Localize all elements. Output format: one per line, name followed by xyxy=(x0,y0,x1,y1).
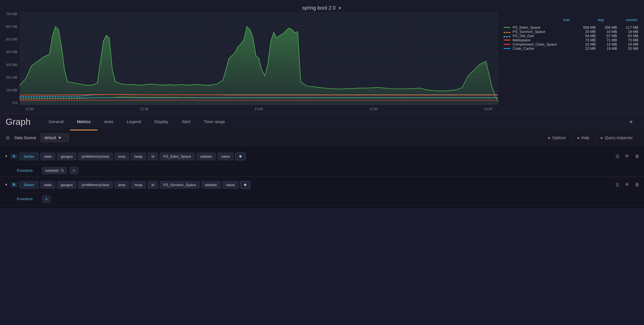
legend-item[interactable]: Code_Cache22 MB19 MB20 MB xyxy=(504,46,638,51)
legend-series-name: PS_Old_Gen xyxy=(513,34,577,38)
datasource-row: ⊜ Data Source default ▼ ▶ Options ▶ Help… xyxy=(0,130,644,146)
legend-avg: 16 MB xyxy=(600,30,617,34)
tab-general[interactable]: General xyxy=(42,114,70,130)
y-axis-label: 500 MB xyxy=(6,37,17,41)
query-row-A: ▼ASeriesstatsgaugesjvmMemoryUsedareaheap… xyxy=(0,148,644,177)
tag-statistic[interactable]: statistic xyxy=(197,153,216,160)
legend-values: 64 MB57 MB63 MB xyxy=(579,34,638,38)
legend-values: 668 MB356 MB117 MB xyxy=(579,25,638,30)
series-badge-A[interactable]: Series xyxy=(19,153,39,160)
tag-PS_Eden_Space[interactable]: PS_Eden_Space xyxy=(160,153,195,160)
eye-icon[interactable]: 👁 xyxy=(624,181,631,188)
help-button[interactable]: ▶ Help xyxy=(572,134,595,142)
legend-item[interactable]: PS_Survivor_Space20 MB16 MB19 MB xyxy=(504,30,638,34)
tag-value[interactable]: value xyxy=(218,153,234,160)
add-function-button[interactable]: + xyxy=(70,167,78,174)
x-axis-label: 12:00 xyxy=(25,107,34,111)
datasource-options: ▶ Options ▶ Help ▶ Query Inspector xyxy=(543,134,638,142)
tag-gauges[interactable]: gauges xyxy=(57,153,76,160)
tag-statistic[interactable]: statistic xyxy=(201,181,221,189)
legend-header: max avg current xyxy=(504,18,638,22)
legend-avg-header: avg xyxy=(587,18,604,22)
tab-axes[interactable]: Axes xyxy=(97,114,120,130)
legend-item[interactable]: PS_Old_Gen64 MB57 MB63 MB xyxy=(504,34,638,38)
add-function-button[interactable]: + xyxy=(42,195,51,203)
tab-time_range[interactable]: Time range xyxy=(197,114,232,130)
x-axis-labels: 12:0012:3013:0013:3014:00 xyxy=(20,105,498,113)
series-row-A: ▼ASeriesstatsgaugesjvmMemoryUsedareaheap… xyxy=(0,148,644,164)
legend-avg: 356 MB xyxy=(600,25,617,30)
y-axis-label: 200 MB xyxy=(6,76,17,80)
legend-color xyxy=(504,40,510,40)
tab-metrics[interactable]: Metrics xyxy=(70,114,97,130)
chart-title-dropdown[interactable]: ▼ xyxy=(338,6,342,10)
y-axis-label: 300 MB xyxy=(6,63,17,67)
legend-current: 20 MB xyxy=(622,46,638,51)
menu-icon[interactable]: ☰ xyxy=(614,153,620,160)
tag-gauges[interactable]: gauges xyxy=(57,181,76,189)
query-inspector-button[interactable]: ▶ Query Inspector xyxy=(595,134,638,142)
legend-series-name: Compressed_Class_Space xyxy=(513,42,577,46)
query-row-B: ▼BSeriesstatsgaugesjvmMemoryUsedareaheap… xyxy=(0,177,644,205)
functions-label: Functions xyxy=(17,197,39,201)
options-button[interactable]: ▶ Options xyxy=(543,134,571,142)
eye-icon[interactable]: 👁 xyxy=(624,153,631,160)
legend-current: 70 MB xyxy=(622,38,638,42)
x-axis-label: 14:00 xyxy=(484,107,492,111)
tag-id[interactable]: id xyxy=(148,153,158,160)
legend-item[interactable]: Metaspace73 MB71 MB70 MB xyxy=(504,38,638,42)
tag-jvmMemoryUsed[interactable]: jvmMemoryUsed xyxy=(78,153,113,160)
datasource-dropdown-arrow: ▼ xyxy=(58,136,62,140)
collapse-A[interactable]: ▼ xyxy=(3,153,9,159)
tab-legend[interactable]: Legend xyxy=(120,114,148,130)
wildcard-badge[interactable]: ✱ xyxy=(235,153,246,160)
legend-color xyxy=(504,32,510,33)
close-panel-button[interactable]: × xyxy=(624,114,638,130)
tag-area[interactable]: area xyxy=(115,181,129,189)
tag-heap[interactable]: heap xyxy=(131,153,146,160)
tag-PS_Survivor_Space[interactable]: PS_Survivor_Space xyxy=(160,181,200,189)
legend-item[interactable]: Compressed_Class_Space10 MB10 MB10 MB xyxy=(504,42,638,46)
tag-area[interactable]: area xyxy=(115,153,129,160)
tag-stats[interactable]: stats xyxy=(40,181,55,189)
delete-icon[interactable]: 🗑 xyxy=(634,181,641,188)
legend-max: 73 MB xyxy=(579,38,596,42)
panel-label: Graph xyxy=(6,117,31,127)
collapse-B[interactable]: ▼ xyxy=(3,182,9,188)
legend-values: 10 MB10 MB10 MB xyxy=(579,42,638,46)
menu-icon[interactable]: ☰ xyxy=(614,181,620,189)
legend-rows: PS_Eden_Space668 MB356 MB117 MBPS_Surviv… xyxy=(504,25,638,51)
tabs-bar: Graph GeneralMetricsAxesLegendDisplayAle… xyxy=(0,113,644,130)
wildcard-badge[interactable]: ✱ xyxy=(240,181,250,189)
tag-value[interactable]: value xyxy=(222,181,238,189)
tab-display[interactable]: Display xyxy=(148,114,175,130)
tag-stats[interactable]: stats xyxy=(40,153,55,160)
tag-id[interactable]: id xyxy=(148,181,158,189)
series-badge-B[interactable]: Series xyxy=(19,181,39,189)
legend-area: max avg current PS_Eden_Space668 MB356 M… xyxy=(498,12,644,113)
y-axis-label: 400 MB xyxy=(6,50,17,54)
tabs-container: GeneralMetricsAxesLegendDisplayAlertTime… xyxy=(42,114,624,130)
tag-heap[interactable]: heap xyxy=(131,181,146,189)
legend-current: 19 MB xyxy=(622,30,638,34)
legend-values: 73 MB71 MB70 MB xyxy=(579,38,638,42)
legend-values: 22 MB19 MB20 MB xyxy=(579,46,638,51)
graph-panel: spring boot 2.0 ▼ 700 MB600 MB500 MB400 … xyxy=(0,0,644,113)
functions-label: Functions xyxy=(17,168,39,173)
functions-row-B: Functions+ xyxy=(0,193,644,205)
legend-avg: 10 MB xyxy=(600,42,617,46)
legend-series-name: PS_Survivor_Space xyxy=(513,30,577,34)
datasource-icon: ⊜ xyxy=(6,135,10,141)
tab-alert[interactable]: Alert xyxy=(175,114,197,130)
legend-max: 64 MB xyxy=(579,34,596,38)
chart-title-bar: spring boot 2.0 ▼ xyxy=(0,3,644,12)
datasource-select[interactable]: default ▼ xyxy=(41,134,69,142)
datasource-value: default xyxy=(44,136,56,140)
tag-jvmMemoryUsed[interactable]: jvmMemoryUsed xyxy=(78,181,113,189)
legend-avg: 71 MB xyxy=(600,38,617,42)
legend-item[interactable]: PS_Eden_Space668 MB356 MB117 MB xyxy=(504,25,638,30)
legend-values: 20 MB16 MB19 MB xyxy=(579,30,638,34)
chart-title: spring boot 2.0 xyxy=(302,5,336,11)
delete-icon[interactable]: 🗑 xyxy=(634,153,641,160)
function-badge[interactable]: substr(6, 7) xyxy=(42,167,67,174)
